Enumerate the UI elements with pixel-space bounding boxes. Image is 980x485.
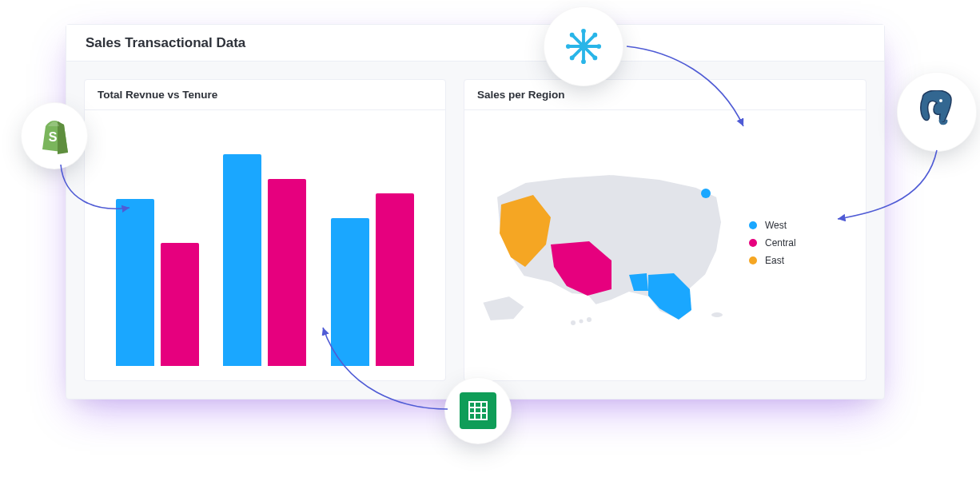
- panel-title: Total Revnue vs Tenure: [85, 80, 445, 110]
- bar: [161, 243, 199, 366]
- dashboard-title-bar: Sales Transactional Data: [66, 25, 884, 62]
- svg-point-9: [581, 29, 586, 34]
- shopify-icon: S: [21, 102, 88, 169]
- snowflake-icon: [544, 6, 623, 86]
- svg-text:S: S: [49, 130, 58, 144]
- legend-item: Central: [749, 237, 853, 248]
- map-legend: WestCentralEast: [749, 213, 853, 272]
- svg-point-1: [571, 320, 576, 325]
- svg-point-0: [701, 189, 711, 198]
- panel-revenue-vs-tenure: Total Revnue vs Tenure: [84, 79, 446, 381]
- legend-item: West: [749, 220, 853, 231]
- svg-point-12: [596, 44, 601, 49]
- legend-dot: [749, 221, 757, 229]
- dashboard-title: Sales Transactional Data: [86, 35, 245, 51]
- dashboard: Sales Transactional Data Total Revnue vs…: [66, 24, 885, 400]
- bar: [116, 199, 154, 366]
- bar: [331, 218, 369, 366]
- map-chart: WestCentralEast: [464, 110, 866, 380]
- svg-rect-20: [469, 402, 487, 419]
- svg-point-3: [587, 317, 592, 322]
- legend-dot: [749, 256, 757, 264]
- svg-point-13: [570, 33, 575, 38]
- google-sheets-icon: [444, 377, 512, 444]
- legend-item: East: [749, 255, 853, 266]
- dashboard-panels: Total Revnue vs Tenure Sales per Region: [66, 62, 884, 399]
- bar-group: [116, 120, 199, 366]
- legend-label: West: [765, 220, 787, 231]
- svg-point-19: [939, 99, 942, 102]
- bar: [268, 179, 306, 366]
- legend-label: Central: [765, 237, 796, 248]
- svg-point-11: [566, 44, 571, 49]
- bar: [223, 154, 261, 366]
- svg-point-2: [580, 320, 584, 324]
- svg-point-4: [711, 312, 723, 317]
- bar: [376, 193, 414, 366]
- svg-point-15: [593, 33, 598, 38]
- svg-point-14: [593, 56, 598, 61]
- legend-dot: [749, 239, 757, 247]
- bar-group: [331, 120, 414, 366]
- postgresql-icon: [897, 72, 977, 152]
- bar-group: [223, 120, 306, 366]
- bar-chart: [85, 110, 445, 380]
- svg-point-16: [570, 56, 575, 61]
- legend-label: East: [765, 255, 784, 266]
- svg-point-10: [581, 59, 586, 64]
- panel-title: Sales per Region: [464, 80, 866, 110]
- us-map: [477, 155, 749, 331]
- panel-sales-per-region: Sales per Region: [464, 79, 866, 381]
